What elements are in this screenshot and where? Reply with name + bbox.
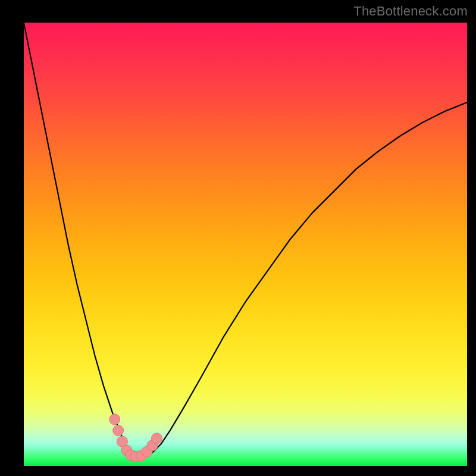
data-point-marker — [113, 425, 124, 436]
data-point-marker — [152, 433, 162, 444]
data-point-marker — [109, 414, 120, 425]
watermark-label: TheBottleneck.com — [353, 4, 468, 19]
chart-frame: TheBottleneck.com — [0, 0, 476, 476]
plot-area — [24, 23, 467, 466]
bottleneck-curve — [24, 23, 467, 457]
curve-layer — [24, 23, 467, 466]
